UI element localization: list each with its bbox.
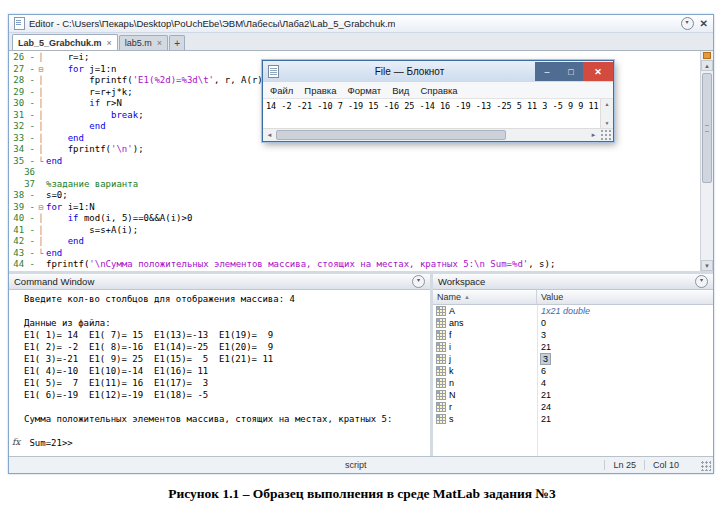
workspace-row-A[interactable]: A1x21 double (433, 305, 713, 317)
fold-marker-icon (36, 179, 46, 191)
notepad-vertical-scrollbar[interactable]: ▲ ▼ (600, 99, 613, 128)
workspace-header[interactable]: Workspace ▾ (433, 274, 713, 290)
notepad-close-button[interactable]: ✕ (583, 62, 613, 81)
code-line-34[interactable]: 34 -│ fprintf('\n'); (9, 144, 700, 156)
workspace-rows: A1x21 doubleans0f3i21j3k6n4N21r24s21 (433, 305, 713, 456)
command-window-content[interactable]: Введите кол-во столбцов для отображения … (9, 290, 430, 456)
window-close-icon[interactable]: ✕ (700, 18, 708, 29)
workspace-row-N[interactable]: N21 (433, 389, 713, 401)
code-line-37[interactable]: 37%задание варианта (9, 179, 700, 191)
editor-vertical-scrollbar[interactable]: ▲ ▼ (700, 51, 713, 271)
command-output-line: E1( 5)= 7 E1(11)= 16 E1(17)= 3 (24, 377, 428, 389)
variable-name: n (433, 378, 537, 388)
workspace-menu-icon[interactable]: ▾ (695, 275, 708, 288)
workspace-column-name[interactable]: Name ▲ (433, 290, 537, 304)
line-number: 28 - (9, 75, 36, 87)
command-output-line: E1( 3)=-21 E1( 9)= 25 E1(15)= 5 E1(21)= … (24, 353, 428, 365)
dock-menu-icon[interactable]: ▾ (681, 17, 694, 30)
workspace-row-j[interactable]: j3 (433, 353, 713, 365)
tab-close-icon[interactable]: × (157, 38, 162, 48)
fx-function-hint-button[interactable]: fx (12, 437, 20, 447)
workspace-row-r[interactable]: r24 (433, 401, 713, 413)
command-output-line (24, 305, 428, 317)
code-line-44[interactable]: 44 -fprintf('\nСумма положительных элеме… (9, 259, 700, 271)
scrollbar-thumb[interactable] (702, 73, 712, 183)
notepad-title-bar[interactable]: File — Блокнот – □ ✕ (263, 61, 613, 82)
editor-title-bar[interactable]: Editor - C:\Users\Пекарь\Desktop\PoUchEb… (9, 15, 713, 33)
notepad-resize-grip[interactable] (600, 129, 613, 141)
notepad-text-area[interactable]: 14 -2 -21 -10 7 -19 15 -16 25 -14 16 -19… (263, 99, 600, 128)
workspace-row-n[interactable]: n4 (433, 377, 713, 389)
line-number: 43 - (9, 248, 36, 260)
workspace-column-value[interactable]: Value (537, 290, 713, 304)
notepad-menu-Формат[interactable]: Формат (347, 85, 381, 96)
code-line-36[interactable]: 36 (9, 167, 700, 179)
code-line-41[interactable]: 41 -│ s=s+A(i); (9, 225, 700, 237)
fold-marker-icon: │ (36, 75, 46, 87)
scroll-up-arrow[interactable]: ▲ (701, 60, 713, 71)
command-output: Введите кол-во столбцов для отображения … (24, 293, 428, 449)
workspace-row-s[interactable]: s21 (433, 413, 713, 425)
notepad-scroll-down-icon[interactable]: ▼ (605, 120, 610, 126)
command-output-line (24, 401, 428, 413)
line-number: 27 - (9, 64, 36, 76)
workspace-row-ans[interactable]: ans0 (433, 317, 713, 329)
code-text: r=i; (46, 52, 89, 64)
new-tab-button[interactable]: + (169, 35, 185, 50)
line-number: 42 - (9, 236, 36, 248)
notepad-menu-Файл[interactable]: Файл (270, 85, 293, 96)
notepad-menu-Правка[interactable]: Правка (304, 85, 336, 96)
code-text: end (46, 121, 106, 133)
notepad-scroll-track[interactable] (276, 129, 587, 141)
bottom-panels: Command Window ▾ Введите кол-во столбцов… (9, 271, 713, 456)
code-line-35[interactable]: 35 -└end (9, 156, 700, 168)
line-number: 38 - (9, 190, 36, 202)
tab-Lab_5_Grabchuk.m[interactable]: Lab_5_Grabchuk.m× (12, 34, 118, 50)
workspace-row-k[interactable]: k6 (433, 365, 713, 377)
variable-grid-icon (436, 390, 446, 400)
fold-marker-icon[interactable]: ⊟ (36, 202, 46, 214)
notepad-scroll-up-icon[interactable]: ▲ (605, 101, 610, 107)
variable-name: k (433, 366, 537, 376)
code-line-40[interactable]: 40 -│ if mod(i, 5)==0&&A(i)>0 (9, 213, 700, 225)
variable-grid-icon (436, 330, 446, 340)
window-title: Editor - C:\Users\Пекарь\Desktop\PoUchEb… (29, 18, 395, 29)
variable-grid-icon (436, 342, 446, 352)
command-window-menu-icon[interactable]: ▾ (412, 275, 425, 288)
notepad-menu-Справка[interactable]: Справка (420, 85, 457, 96)
tab-bar: Lab_5_Grabchuk.m×lab5.m×+ (9, 33, 713, 51)
code-text: %задание варианта (46, 179, 138, 191)
command-window-header[interactable]: Command Window ▾ (9, 274, 430, 290)
notepad-menu-Вид[interactable]: Вид (392, 85, 409, 96)
cursor-position: Ln 25 Col 10 (604, 460, 713, 470)
tab-close-icon[interactable]: × (107, 38, 112, 48)
fold-marker-icon: │ (36, 110, 46, 122)
line-number: 26 - (9, 52, 36, 64)
notepad-horizontal-scrollbar[interactable]: ◄ ► (263, 128, 613, 141)
line-number: 34 - (9, 144, 36, 156)
code-line-42[interactable]: 42 -│ end (9, 236, 700, 248)
fold-marker-icon[interactable]: ⊟ (36, 64, 46, 76)
notepad-scroll-right-icon[interactable]: ► (587, 129, 600, 141)
notepad-minimize-button[interactable]: – (535, 62, 559, 81)
fold-marker-icon: │ (36, 52, 46, 64)
variable-value: 3 (537, 354, 713, 364)
code-analyzer-indicator[interactable] (703, 52, 711, 59)
scroll-down-arrow[interactable]: ▼ (701, 260, 713, 271)
variable-value: 24 (537, 402, 713, 412)
tab-label: Lab_5_Grabchuk.m (18, 38, 102, 48)
notepad-scroll-left-icon[interactable]: ◄ (263, 129, 276, 141)
code-line-39[interactable]: 39 -⊟for i=1:N (9, 202, 700, 214)
notepad-scroll-thumb[interactable] (276, 130, 506, 140)
code-line-38[interactable]: 38 -s=0; (9, 190, 700, 202)
command-output-line: E1( 4)=-10 E1(10)=-14 E1(16)= 11 (24, 365, 428, 377)
workspace-row-i[interactable]: i21 (433, 341, 713, 353)
fold-marker-icon: └ (36, 156, 46, 168)
notepad-maximize-button[interactable]: □ (559, 62, 583, 81)
workspace-row-f[interactable]: f3 (433, 329, 713, 341)
code-text: s=s+A(i); (46, 225, 138, 237)
command-output-line: E1( 6)=-19 E1(12)=-19 E1(18)= -5 (24, 389, 428, 401)
tab-lab5.m[interactable]: lab5.m× (119, 35, 168, 50)
code-line-43[interactable]: 43 -└end (9, 248, 700, 260)
file-type-indicator: script (345, 460, 367, 470)
